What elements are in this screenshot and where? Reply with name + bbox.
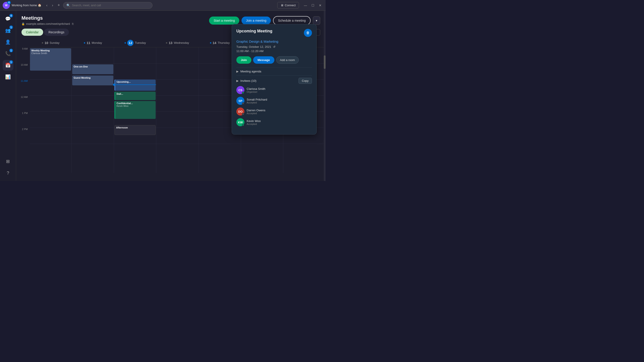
back-button[interactable]: ‹	[45, 2, 49, 8]
current-time-container	[114, 84, 156, 85]
mon-2pm-cell	[72, 128, 114, 144]
event-cal-btn7[interactable]: 📅	[151, 126, 154, 129]
copy-invitees-button[interactable]: Copy	[298, 78, 312, 84]
user-icon: 👤	[5, 39, 11, 45]
event-cal-btn4[interactable]: 📅	[152, 80, 155, 84]
popup-actions: Join Message Add a room	[236, 56, 312, 64]
mon-12pm-cell	[72, 96, 114, 112]
popup-agenda-header[interactable]: ▶ Meeting agenda	[236, 70, 312, 73]
tue-num: 12	[127, 40, 134, 46]
tue-name: Tuesday	[135, 41, 146, 44]
tab-recordings[interactable]: Recordings	[44, 28, 69, 36]
wed-dot	[166, 42, 167, 43]
invitee-status-darren	[242, 113, 244, 115]
event-refresh-btn2[interactable]: ↺	[106, 65, 108, 68]
event-weekly-meeting[interactable]: Weekly Meeting Clarissa Smith ↺ 📅	[30, 48, 71, 71]
popup-date: Tuesday, October 12, 2021	[236, 45, 271, 48]
search-input[interactable]	[72, 3, 149, 7]
tabs-left: Calendar Recordings	[22, 28, 69, 36]
invitee-role-darren: Accepted	[247, 112, 266, 115]
invitee-info-clarissa: Clarissa Smith Organiser	[247, 87, 266, 93]
sidebar-item-messages[interactable]: 💬 4	[3, 13, 14, 24]
apps-icon: ⊞	[6, 159, 10, 164]
sidebar-bottom: ⊞ ?	[3, 156, 14, 178]
popup-invitees-header[interactable]: ▶ Invitees (10)	[236, 79, 256, 82]
invitee-name-clarissa: Clarissa Smith	[247, 87, 266, 90]
time-10am: 10 AM	[16, 63, 30, 79]
agenda-label: Meeting agenda	[240, 70, 261, 73]
minimize-button[interactable]: —	[302, 3, 308, 7]
day-header-sun: 10 Sunday	[30, 38, 72, 47]
event-confidential[interactable]: Confidential... Kevin Woo ↺ 📅	[114, 101, 156, 119]
sun-1pm-cell	[30, 112, 72, 128]
event-refresh-btn6[interactable]: ↺	[148, 102, 150, 105]
event-cal-btn6[interactable]: 📅	[152, 102, 155, 105]
event-upcoming[interactable]: Upcoming... ↺ 📅	[114, 79, 156, 91]
header-dropdown-button[interactable]: ▾	[313, 16, 320, 25]
new-tab-button[interactable]: +	[56, 2, 61, 8]
invitee-role-kevin: Accepted	[247, 123, 261, 125]
invitee-avatar-kevin: KW	[236, 118, 244, 126]
copy-url-button[interactable]: ⎘	[71, 22, 74, 26]
forward-button[interactable]: ›	[50, 2, 54, 8]
current-time-line	[114, 84, 156, 85]
mon-num: 11	[86, 41, 90, 45]
popup-message-button[interactable]: Message	[253, 56, 274, 64]
connect-button[interactable]: 🖥 Connect	[277, 2, 299, 8]
sidebar-item-meetings[interactable]: 📅 1	[3, 60, 14, 71]
wed-10am-cell	[156, 63, 198, 79]
invitees-label: Invitees (10)	[240, 79, 256, 82]
invitees-chevron-icon: ▶	[236, 79, 238, 82]
sidebar-item-apps[interactable]: ⊞	[3, 156, 14, 167]
wed-num: 13	[168, 41, 172, 45]
sun-2pm-cell	[30, 128, 72, 144]
scrollbar[interactable]	[324, 11, 326, 181]
messages-badge: 4	[10, 14, 13, 17]
event-cal-btn5[interactable]: 📅	[152, 92, 155, 96]
event-calendar-button[interactable]: 📅	[67, 49, 70, 52]
close-button[interactable]: ✕	[318, 3, 323, 7]
sidebar-item-analytics[interactable]: 📊	[3, 71, 14, 82]
popup-add-room-button[interactable]: Add a room	[276, 56, 299, 64]
scrollbar-thumb[interactable]	[324, 55, 326, 69]
popup-close-button[interactable]: 🗑	[304, 29, 312, 37]
invitees-row: ▶ Invitees (10) Copy	[236, 78, 312, 84]
sidebar-item-calls[interactable]: 📞 1	[3, 48, 14, 59]
join-meeting-button[interactable]: Join a meeting	[242, 16, 271, 24]
event-refresh-btn3[interactable]: ↺	[106, 76, 108, 79]
recurring-icon: ↺	[273, 45, 276, 48]
monitor-icon: 🖥	[281, 3, 284, 7]
sidebar-item-help[interactable]: ?	[3, 168, 14, 178]
start-meeting-button[interactable]: Start a meeting	[209, 16, 239, 24]
sidebar-item-contacts[interactable]: 👥 1	[3, 25, 14, 36]
event-one-on-one[interactable]: One-on-One ↺ 📅	[72, 64, 113, 74]
lock-icon: 🔒	[22, 22, 25, 25]
event-cal-btn3[interactable]: 📅	[109, 76, 112, 79]
invitee-name-sonali: Sonali Pritchard	[247, 98, 267, 101]
invitee-avatar-darren: DO	[236, 107, 244, 115]
invitee-status-kevin	[242, 124, 244, 126]
event-cal-btn2[interactable]: 📅	[109, 65, 112, 68]
sun-num: 10	[44, 41, 48, 45]
event-refresh-btn5[interactable]: ↺	[148, 92, 150, 96]
popup-meeting-name[interactable]: Graphic Design & Marketing	[236, 39, 312, 43]
invitee-name-darren: Darren Owens	[247, 109, 266, 112]
maximize-button[interactable]: ☐	[310, 3, 316, 7]
page-title: Meetings	[22, 15, 74, 21]
event-refresh-button[interactable]: ↺	[64, 49, 66, 52]
thu-name: Thursday	[218, 41, 230, 44]
event-afternoon[interactable]: Afternoon ↺ 📅	[114, 125, 156, 135]
tab-calendar[interactable]: Calendar	[22, 28, 43, 36]
mon-1pm-cell	[72, 112, 114, 128]
invitee-item-kevin: KW Kevin Woo Accepted	[236, 117, 312, 128]
sidebar-item-user[interactable]: 👤	[3, 37, 14, 47]
event-refresh-btn4[interactable]: ↺	[148, 80, 150, 84]
event-guest-meeting[interactable]: Guest Meeting ↺ 📅	[72, 75, 113, 85]
day-col-tue: Upcoming... ↺ 📅 Dail... ↺ 📅	[114, 47, 156, 173]
event-refresh-btn7[interactable]: ↺	[148, 126, 150, 129]
event-daily[interactable]: Dail... ↺ 📅	[114, 92, 156, 100]
popup-join-button[interactable]: Join	[236, 56, 251, 64]
window-controls: — ☐ ✕	[302, 3, 323, 7]
schedule-meeting-button[interactable]: Schedule a meeting	[273, 16, 310, 25]
wed-2pm-cell	[156, 128, 198, 144]
